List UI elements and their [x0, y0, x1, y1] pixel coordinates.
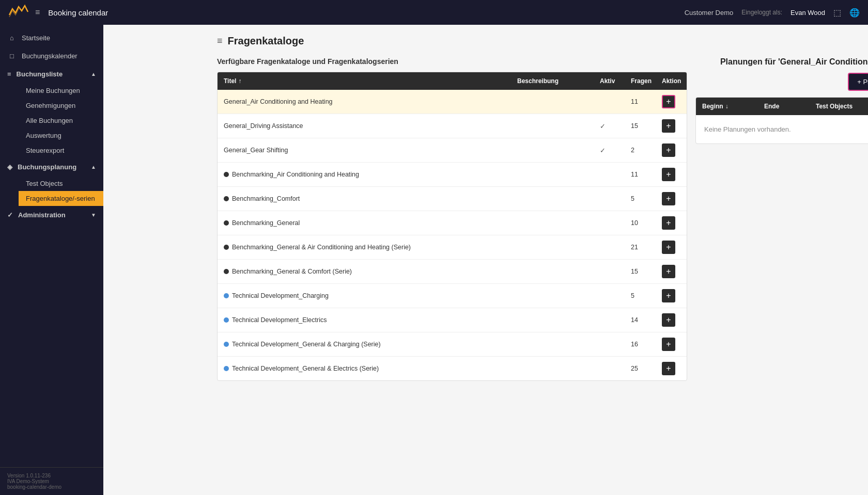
- td-beschreibung: [511, 291, 594, 301]
- td-title: Benchmarking_Air Conditioning and Heatin…: [218, 166, 511, 183]
- sidebar-item-buchungskalender[interactable]: □ Buchungskalender: [0, 47, 103, 65]
- left-panel: Verfügbare Fragenkataloge und Fragenkata…: [217, 57, 687, 381]
- sidebar: ⌂ Startseite □ Buchungskalender ≡ Buchun…: [0, 0, 103, 495]
- td-aktion: +: [656, 211, 687, 235]
- td-aktiv: [594, 291, 625, 301]
- td-fragen: 25: [625, 360, 656, 377]
- td-aktiv: [594, 218, 625, 228]
- td-aktion: +: [656, 260, 687, 283]
- table-row[interactable]: General_Driving Assistance ✓ 15 +: [218, 114, 687, 138]
- sidebar-label-administration: Administration: [18, 211, 66, 219]
- sidebar-footer: Version 1.0.11-236 IVA Demo-System booki…: [0, 467, 103, 495]
- td-aktiv: [594, 169, 625, 180]
- td-beschreibung: [511, 218, 594, 228]
- sidebar-label-alle-buchungen: Alle Buchungen: [26, 117, 73, 124]
- main-content: ≡ Fragenkataloge Verfügbare Fragenkatalo…: [207, 25, 868, 495]
- table-row[interactable]: General_Air Conditioning and Heating 11 …: [218, 90, 687, 114]
- sidebar-section-buchungsliste[interactable]: ≡ Buchungsliste ▲: [0, 65, 103, 83]
- td-fragen: 16: [625, 336, 656, 353]
- topbar-right: Customer Demo Eingeloggt als: Evan Wood …: [685, 8, 860, 18]
- table-row[interactable]: Benchmarking_General & Air Conditioning …: [218, 235, 687, 260]
- td-title: Benchmarking_General: [218, 214, 511, 232]
- add-row-button[interactable]: +: [662, 95, 675, 108]
- add-row-button[interactable]: +: [662, 265, 675, 278]
- sidebar-item-test-objects[interactable]: Test Objects: [19, 176, 103, 191]
- list-icon: ≡: [7, 70, 11, 78]
- sidebar-section-administration[interactable]: ✓ Administration ▼: [0, 206, 103, 224]
- add-row-button[interactable]: +: [662, 338, 675, 351]
- td-title: Technical Development_Charging: [218, 287, 511, 305]
- table-row[interactable]: Technical Development_Electrics 14 +: [218, 308, 687, 332]
- add-row-button[interactable]: +: [662, 143, 675, 157]
- td-aktiv: ✓: [594, 117, 625, 135]
- sidebar-item-startseite[interactable]: ⌂ Startseite: [0, 29, 103, 47]
- sidebar-item-steuerexport[interactable]: Steuerexport: [19, 143, 103, 158]
- td-title: Technical Development_General & Charging…: [218, 336, 511, 353]
- topbar-customer: Customer Demo: [685, 9, 734, 17]
- fragenkataloge-table: Titel ↑ Beschreibung Aktiv Fragen Aktion: [217, 72, 687, 381]
- td-title: Technical Development_General & Electric…: [218, 360, 511, 377]
- th-beginn[interactable]: Beginn ↓: [696, 98, 758, 115]
- td-fragen: 11: [625, 166, 656, 183]
- th-title[interactable]: Titel ↑: [218, 72, 511, 90]
- td-aktiv: [594, 363, 625, 374]
- add-row-button[interactable]: +: [662, 241, 675, 254]
- sidebar-item-meine-buchungen[interactable]: Meine Buchungen: [19, 83, 103, 98]
- add-row-button[interactable]: +: [662, 119, 675, 133]
- sidebar-item-alle-buchungen[interactable]: Alle Buchungen: [19, 113, 103, 128]
- add-row-button[interactable]: +: [662, 192, 675, 205]
- right-panel: Planungen für 'General_Air Conditioning …: [695, 57, 868, 381]
- sidebar-nav: ⌂ Startseite □ Buchungskalender ≡ Buchun…: [0, 25, 103, 467]
- chevron-up-icon-2: ▲: [91, 164, 96, 170]
- table-row[interactable]: Technical Development_General & Electric…: [218, 357, 687, 380]
- menu-toggle-icon[interactable]: ≡: [35, 8, 40, 17]
- add-row-button[interactable]: +: [662, 168, 675, 181]
- sidebar-section-buchungsplanung[interactable]: ◈ Buchungsplanung ▲: [0, 158, 103, 176]
- dot-blue-icon: [224, 293, 229, 298]
- planungen-table: Beginn ↓ Ende Test Objects Aktionen Kein…: [695, 97, 868, 144]
- table-row[interactable]: Technical Development_General & Charging…: [218, 332, 687, 357]
- sidebar-label-fragenkataloge: Fragenkataloge/-serien: [26, 195, 95, 202]
- dot-dark-icon: [224, 220, 229, 226]
- td-beschreibung: [511, 194, 594, 204]
- dot-dark-icon: [224, 196, 229, 201]
- td-beschreibung: [511, 266, 594, 277]
- th-fragen: Fragen: [625, 72, 656, 90]
- td-beschreibung: [511, 242, 594, 252]
- td-title: Technical Development_Electrics: [218, 311, 511, 329]
- right-table-header: Beginn ↓ Ende Test Objects Aktionen: [696, 98, 868, 115]
- logout-icon[interactable]: ⬚: [833, 8, 841, 18]
- td-aktion: +: [656, 284, 687, 308]
- add-row-button[interactable]: +: [662, 362, 675, 375]
- sort-icon-beginn: ↓: [725, 103, 729, 110]
- add-row-button[interactable]: +: [662, 216, 675, 230]
- table-row[interactable]: General_Gear Shifting ✓ 2 +: [218, 138, 687, 163]
- td-aktiv: [594, 194, 625, 204]
- table-row[interactable]: Benchmarking_Comfort 5 +: [218, 187, 687, 211]
- sidebar-label-buchungskalender: Buchungskalender: [22, 52, 78, 60]
- add-row-button[interactable]: +: [662, 289, 675, 302]
- dot-dark-icon: [224, 245, 229, 250]
- sidebar-item-auswertung[interactable]: Auswertung: [19, 128, 103, 143]
- sidebar-label-buchungsliste: Buchungsliste: [17, 70, 63, 78]
- td-aktiv: ✓: [594, 141, 625, 159]
- add-row-button[interactable]: +: [662, 313, 675, 327]
- table-row[interactable]: Benchmarking_General & Comfort (Serie) 1…: [218, 260, 687, 284]
- shield-icon: ✓: [7, 211, 13, 219]
- table-row[interactable]: Benchmarking_General 10 +: [218, 211, 687, 235]
- td-title: Benchmarking_Comfort: [218, 190, 511, 207]
- check-icon: ✓: [600, 122, 606, 130]
- table-row[interactable]: Benchmarking_Air Conditioning and Heatin…: [218, 163, 687, 187]
- td-aktiv: [594, 97, 625, 107]
- dot-blue-icon: [224, 366, 229, 371]
- globe-icon[interactable]: 🌐: [849, 8, 860, 18]
- sidebar-item-genehmigungen[interactable]: Genehmigungen: [19, 98, 103, 113]
- td-fragen: 21: [625, 238, 656, 256]
- add-planung-button[interactable]: + Planung hinzufügen: [848, 73, 868, 91]
- table-row[interactable]: Technical Development_Charging 5 +: [218, 284, 687, 308]
- sidebar-label-startseite: Startseite: [22, 34, 50, 42]
- td-aktion: +: [656, 235, 687, 259]
- dot-blue-icon: [224, 342, 229, 347]
- content-area: Verfügbare Fragenkataloge und Fragenkata…: [217, 57, 858, 381]
- sidebar-item-fragenkataloge[interactable]: Fragenkataloge/-serien: [19, 191, 103, 206]
